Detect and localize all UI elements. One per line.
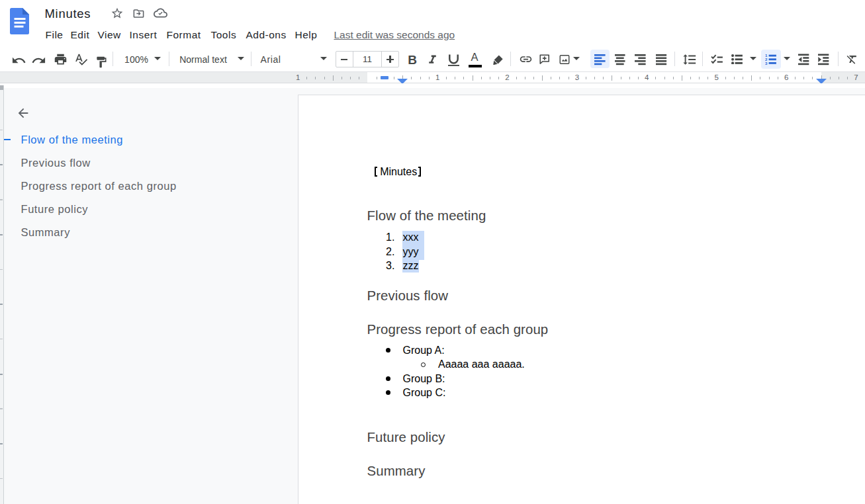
svg-text:3: 3 — [765, 61, 768, 65]
